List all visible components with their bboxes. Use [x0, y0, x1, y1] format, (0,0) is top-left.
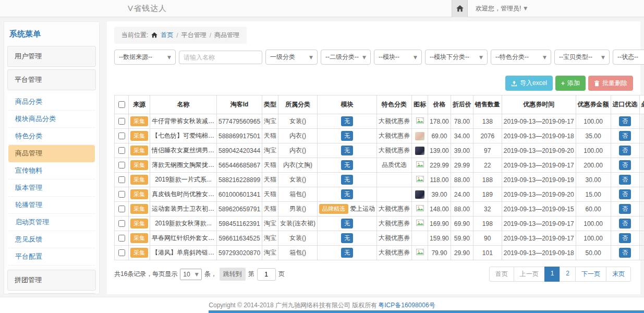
toggle-badge[interactable]: 否 [619, 219, 631, 228]
batch-delete-label: 批量删除 [602, 79, 627, 88]
cell-icon [412, 231, 428, 246]
sidebar-item[interactable]: 版本管理 [8, 179, 95, 197]
sidebar-item[interactable]: 商品分类 [8, 93, 95, 111]
table-row: 采集薄款无钢圈文胸聚拢性...565446685867天猫内衣(文胸)无品质优选… [115, 158, 644, 173]
cell-coupon-time: 2019-09-13—2019-09-20 [502, 143, 576, 158]
cell-category: 内衣() [278, 129, 318, 143]
sidebar-section-3[interactable]: 拼团管理 [7, 270, 96, 291]
filter-select[interactable]: --模块下分类--▼ [425, 50, 488, 65]
toggle-badge[interactable]: 否 [619, 116, 631, 126]
name-search-input[interactable] [179, 51, 262, 64]
sidebar-section-1[interactable]: 平台管理 [7, 69, 96, 90]
toggle-badge[interactable]: 否 [619, 175, 631, 184]
chevron-down-icon: ▼ [414, 55, 417, 60]
cell-type: 淘宝 [262, 246, 278, 260]
column-header: 模块 [318, 95, 377, 114]
filter-select[interactable]: --状态--▼ [613, 50, 644, 65]
cell-category: 箱包() [278, 187, 318, 202]
sidebar-item[interactable]: 启动页管理 [8, 214, 95, 231]
cell-source: 采集 [129, 202, 150, 216]
cell-coupon-time: 2019-09-13—2019-09-17 [502, 216, 576, 231]
cell-discount-price: 34.00 [451, 129, 473, 143]
toggle-badge[interactable]: 否 [619, 204, 631, 213]
sidebar-section-0[interactable]: 用户管理 [7, 46, 96, 67]
cell-coupon-amount: 30.00 [576, 173, 611, 187]
import-excel-button[interactable]: 导入excel [505, 76, 553, 91]
add-label: 添加 [567, 79, 580, 88]
sidebar-section-4[interactable]: 省惠快报 [7, 293, 96, 294]
row-checkbox[interactable] [118, 220, 125, 227]
home-button[interactable] [452, 0, 468, 17]
row-checkbox[interactable] [118, 118, 125, 125]
filter-select[interactable]: --二级分类--▼ [321, 50, 371, 65]
row-checkbox[interactable] [118, 206, 125, 212]
row-checkbox[interactable] [118, 162, 125, 168]
row-checkbox[interactable] [118, 249, 125, 256]
row-checkbox[interactable] [118, 176, 125, 183]
page-button[interactable]: 首页 [489, 267, 514, 282]
filter-select[interactable]: --模块--▼ [374, 50, 422, 65]
user-menu[interactable]: 欢迎您，管理员! ▼ [476, 4, 527, 13]
jump-page-input[interactable] [257, 268, 276, 281]
filter-select[interactable]: --特色分类--▼ [491, 50, 551, 65]
cell-taoke-id: 577479560965 [217, 114, 262, 129]
column-header: 图标 [412, 95, 428, 114]
table-row: 采集【港风】单肩斜跨链条...597293020870淘宝箱包()无大额优惠券7… [115, 246, 644, 260]
cell-type: 天猫 [262, 202, 278, 216]
toggle-badge[interactable]: 否 [619, 160, 631, 170]
breadcrumb-item: 商品管理 [214, 31, 239, 40]
cell-price: 79.90 [428, 246, 451, 260]
cell-discount-price: 24.00 [451, 187, 473, 202]
sidebar-item[interactable]: 意见反馈 [8, 231, 95, 248]
page-button[interactable]: 2 [560, 267, 576, 282]
toggle-badge[interactable]: 否 [619, 233, 631, 243]
cell-import-optional: 否 [611, 114, 639, 129]
sidebar-item[interactable]: 平台配置 [8, 248, 95, 266]
select-all-checkbox[interactable] [118, 101, 125, 108]
sidebar-item[interactable]: 宣传物料 [8, 162, 95, 179]
cell-coupon-amount: 15.00 [576, 187, 611, 202]
row-checkbox[interactable] [118, 235, 125, 242]
row-checkbox[interactable] [118, 191, 125, 198]
filter-select[interactable]: --宝贝类型--▼ [554, 50, 610, 65]
row-checkbox[interactable] [118, 147, 125, 154]
per-page-select[interactable]: 10 ▼ [180, 269, 201, 280]
cell-type: 淘宝 [262, 231, 278, 246]
batch-delete-button[interactable]: 批量删除 [588, 76, 633, 91]
page-button[interactable]: 下一页 [575, 267, 606, 282]
row-checkbox[interactable] [118, 133, 125, 139]
filter-select-value: 一级分类 [270, 53, 295, 62]
cell-import-optional: 否 [611, 143, 639, 158]
column-header: 优惠券时间 [502, 95, 576, 114]
filter-select[interactable]: --数据来源--▼ [114, 50, 176, 65]
page-button[interactable]: 上一页 [514, 267, 545, 282]
jump-button[interactable]: 跳转到 [220, 268, 246, 281]
toggle-badge[interactable]: 否 [619, 248, 631, 257]
cell-sales: 101 [473, 246, 502, 260]
column-header: 来源 [129, 95, 150, 114]
toggle-badge[interactable]: 否 [619, 131, 631, 140]
chevron-down-icon: ▼ [167, 55, 171, 60]
broken-image-icon [415, 176, 424, 184]
sidebar-item[interactable]: 轮播管理 [8, 197, 95, 214]
icp-link[interactable]: 粤ICP备16098006号 [378, 301, 435, 310]
sidebar-item[interactable]: 特色分类 [8, 128, 95, 145]
add-button[interactable]: + 添加 [555, 76, 586, 91]
table-row: 采集情侣睡衣女夏丝绸男士...589042420344淘宝内衣()无大额优惠券1… [115, 143, 644, 158]
toggle-badge[interactable]: 否 [619, 189, 631, 199]
page-button[interactable]: 1 [544, 267, 561, 282]
cell-feature-category: 大额优惠券 [377, 129, 412, 143]
horizontal-scrollbar-thumb[interactable] [209, 310, 644, 313]
plus-icon: + [561, 80, 565, 87]
column-header: 淘客Id [217, 95, 262, 114]
filter-select[interactable]: 一级分类▼ [265, 50, 318, 65]
toggle-badge[interactable]: 否 [619, 146, 631, 155]
cell-icon [412, 187, 428, 202]
sidebar-item[interactable]: 商品管理 [8, 145, 95, 162]
breadcrumb-home-link[interactable]: 首页 [161, 31, 173, 40]
cell-name: 早春网红针织外套女春... [150, 231, 217, 246]
cell-module: 无 [318, 129, 377, 143]
cell-select [115, 216, 129, 231]
page-button[interactable]: 末页 [606, 267, 631, 282]
sidebar-item[interactable]: 模块商品分类 [8, 111, 95, 128]
